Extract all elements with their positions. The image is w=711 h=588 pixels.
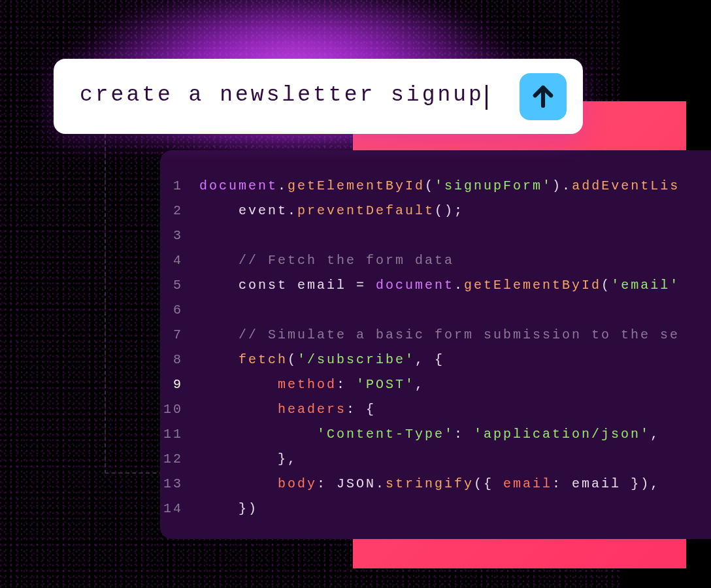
code-line: 8 fetch('/subscribe', { (160, 347, 711, 372)
line-number: 13 (160, 476, 199, 491)
code-content: }, (199, 451, 297, 466)
line-number: 6 (160, 302, 199, 318)
arrow-up-icon (529, 83, 557, 110)
line-number: 9 (160, 377, 199, 392)
line-number: 10 (160, 402, 199, 417)
code-line: 10 headers: { (160, 397, 711, 421)
code-content: 'Content-Type': 'application/json', (199, 427, 660, 442)
code-content: const email = document.getElementById('e… (199, 278, 680, 293)
code-line: 12 }, (160, 446, 711, 471)
prompt-text-wrapper[interactable]: create a newsletter signup (80, 83, 488, 110)
prompt-input-bar: create a newsletter signup (54, 59, 583, 134)
code-content: document.getElementById('signupForm').ad… (199, 178, 680, 193)
code-line: 5 const email = document.getElementById(… (160, 272, 711, 297)
code-content: }) (199, 501, 258, 516)
code-content: body: JSON.stringify({ email: email }), (199, 476, 660, 491)
code-line: 2 event.preventDefault(); (160, 198, 711, 223)
code-line: 7 // Simulate a basic form submission to… (160, 322, 711, 347)
code-line: 9 method: 'POST', (160, 372, 711, 397)
line-number: 14 (160, 501, 199, 516)
line-number: 8 (160, 352, 199, 367)
line-number: 11 (160, 427, 199, 442)
text-cursor (486, 85, 488, 110)
code-editor-panel: 1document.getElementById('signupForm').a… (160, 150, 711, 539)
code-content: // Simulate a basic form submission to t… (199, 327, 680, 342)
line-number: 5 (160, 278, 199, 293)
line-number: 7 (160, 327, 199, 342)
line-number: 12 (160, 451, 199, 466)
code-line: 1document.getElementById('signupForm').a… (160, 173, 711, 198)
code-content: headers: { (199, 402, 376, 417)
code-content: // Fetch the form data (199, 253, 454, 268)
code-line: 4 // Fetch the form data (160, 248, 711, 272)
line-number: 3 (160, 228, 199, 243)
code-content: fetch('/subscribe', { (199, 352, 444, 367)
code-content: method: 'POST', (199, 377, 425, 392)
prompt-text: create a newsletter signup (80, 83, 484, 107)
code-line: 11 'Content-Type': 'application/json', (160, 421, 711, 446)
code-line: 14 }) (160, 496, 711, 521)
code-content: event.preventDefault(); (199, 203, 464, 218)
code-lines-container: 1document.getElementById('signupForm').a… (160, 173, 711, 521)
code-line: 3 (160, 223, 711, 248)
code-line: 13 body: JSON.stringify({ email: email }… (160, 471, 711, 496)
line-number: 1 (160, 178, 199, 193)
send-button[interactable] (520, 73, 567, 120)
line-number: 2 (160, 203, 199, 218)
code-line: 6 (160, 297, 711, 322)
line-number: 4 (160, 253, 199, 268)
